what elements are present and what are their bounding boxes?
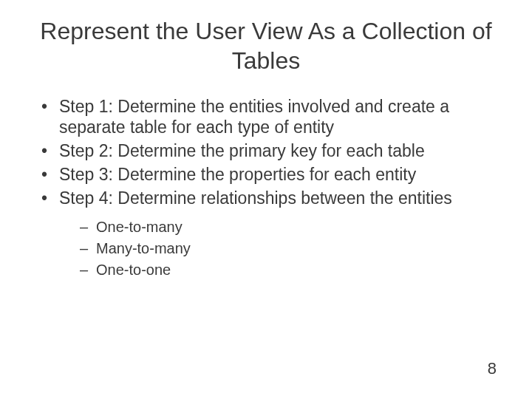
sub-bullet-text: One-to-many [96,219,183,235]
bullet-list: Step 1: Determine the entities involved … [30,96,502,280]
bullet-text: Step 1: Determine the entities involved … [59,97,449,137]
sub-bullet-list: One-to-many Many-to-many One-to-one [59,217,502,280]
bullet-item: Step 3: Determine the properties for eac… [41,164,502,185]
sub-bullet-item: Many-to-many [80,239,502,259]
bullet-text: Step 2: Determine the primary key for ea… [59,141,425,160]
bullet-item: Step 4: Determine relationships between … [41,188,502,280]
slide: Represent the User View As a Collection … [0,0,532,399]
bullet-item: Step 2: Determine the primary key for ea… [41,140,502,161]
slide-title: Represent the User View As a Collection … [30,16,502,75]
sub-bullet-text: Many-to-many [96,240,191,256]
bullet-text: Step 4: Determine relationships between … [59,188,452,208]
bullet-text: Step 3: Determine the properties for eac… [59,165,416,184]
sub-bullet-item: One-to-many [80,217,502,237]
page-number: 8 [488,359,497,378]
sub-bullet-text: One-to-one [96,262,171,278]
sub-bullet-item: One-to-one [80,260,502,280]
bullet-item: Step 1: Determine the entities involved … [41,96,502,137]
